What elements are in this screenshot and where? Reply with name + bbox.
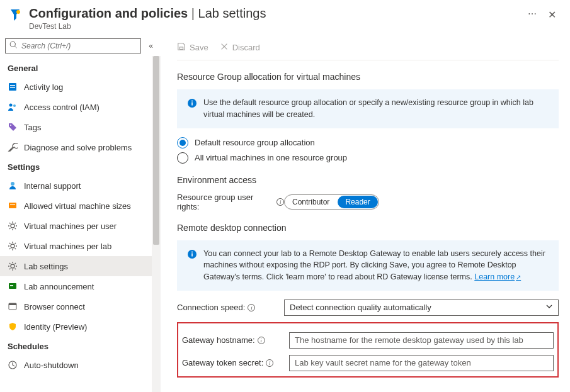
svg-point-12: [11, 224, 14, 228]
diagnose-icon: [8, 142, 18, 152]
nav-group-settings: Settings: [0, 157, 161, 176]
chevron-down-icon: [545, 303, 553, 312]
svg-point-7: [13, 104, 16, 107]
nav-item-label: Lab announcement: [24, 282, 94, 291]
sidebar-item-browser-connect[interactable]: Browser connect: [0, 296, 161, 316]
rg-allocation-info: Use the default resource group allocatio…: [177, 89, 559, 128]
sidebar-item-internal-support[interactable]: Internal support: [0, 176, 161, 196]
info-icon[interactable]: i: [258, 337, 265, 344]
sidebar-item-access-control[interactable]: Access control (IAM): [0, 97, 161, 117]
save-button[interactable]: Save: [177, 42, 208, 53]
gear-icon: [8, 221, 18, 231]
nav-item-label: Tags: [24, 123, 41, 132]
sidebar-item-tags[interactable]: Tags: [0, 117, 161, 137]
user-rights-toggle[interactable]: Contributor Reader: [284, 194, 379, 210]
section-rdp-title: Remote desktop connection: [177, 223, 559, 233]
collapse-sidebar-button[interactable]: «: [146, 40, 156, 52]
support-icon: [8, 181, 18, 191]
nav-item-label: Activity log: [24, 82, 63, 92]
radio-input[interactable]: [177, 152, 188, 164]
scrollbar-thumb[interactable]: [153, 56, 159, 245]
connection-speed-label: Connection speed: i: [177, 303, 284, 312]
radio-default-allocation[interactable]: Default resource group allocation: [177, 137, 559, 148]
info-icon[interactable]: i: [276, 198, 284, 206]
more-actions-button[interactable]: ⋯: [523, 6, 542, 21]
sidebar-item-lab-settings[interactable]: Lab settings: [0, 256, 161, 276]
sidebar-item-allowed-vm-sizes[interactable]: Allowed virtual machine sizes: [0, 196, 161, 216]
close-button[interactable]: ✕: [542, 6, 562, 23]
info-icon[interactable]: i: [266, 359, 273, 367]
section-rg-allocation-title: Resource Group allocation for virtual ma…: [177, 72, 559, 82]
sidebar-item-lab-announcement[interactable]: Lab announcement: [0, 276, 161, 296]
sidebar-item-identity[interactable]: Identity (Preview): [0, 316, 161, 337]
nav-item-label: Diagnose and solve problems: [24, 143, 132, 152]
external-link-icon: ↗: [516, 274, 521, 281]
svg-point-1: [10, 42, 15, 47]
command-bar: Save Discard: [177, 35, 559, 60]
clock-icon: [8, 360, 18, 370]
toggle-reader[interactable]: Reader: [338, 196, 377, 208]
svg-point-26: [191, 251, 193, 252]
sidebar-item-vms-per-lab[interactable]: Virtual machines per lab: [0, 236, 161, 256]
svg-point-14: [11, 264, 14, 268]
nav-item-label: Virtual machines per lab: [24, 242, 111, 251]
rg-user-rights-label: Resource group user rights: i: [177, 193, 284, 211]
svg-rect-11: [10, 204, 15, 204]
devtest-lab-icon: [8, 8, 23, 23]
identity-icon: [8, 322, 18, 332]
nav-item-label: Internal support: [24, 181, 81, 191]
sidebar: « General Activity log Access control (I…: [0, 35, 161, 392]
sidebar-search[interactable]: [5, 38, 141, 53]
gear-icon: [8, 241, 18, 251]
svg-rect-5: [10, 87, 15, 88]
svg-point-23: [191, 101, 193, 102]
sidebar-item-diagnose[interactable]: Diagnose and solve problems: [0, 137, 161, 157]
toggle-contributor[interactable]: Contributor: [285, 195, 337, 209]
gateway-hostname-input[interactable]: [289, 332, 554, 349]
nav-item-label: Lab settings: [24, 262, 68, 271]
search-input[interactable]: [21, 42, 137, 50]
svg-rect-18: [9, 303, 16, 305]
connection-speed-dropdown[interactable]: Detect connection quality automatically: [284, 300, 559, 316]
nav-group-general: General: [0, 59, 161, 77]
radio-input[interactable]: [177, 137, 188, 148]
svg-rect-16: [10, 285, 13, 286]
gateway-token-input[interactable]: [289, 355, 554, 371]
page-header: Configuration and policies | Lab setting…: [0, 0, 570, 35]
svg-point-6: [9, 104, 13, 107]
browser-icon: [8, 301, 18, 311]
nav-item-label: Allowed virtual machine sizes: [24, 201, 131, 211]
svg-rect-20: [180, 47, 183, 49]
sidebar-scrollbar[interactable]: [152, 56, 161, 392]
nav-item-label: Identity (Preview): [24, 322, 87, 332]
nav-item-label: Auto-shutdown: [24, 361, 79, 370]
svg-rect-22: [191, 103, 193, 106]
vm-sizes-icon: [8, 201, 18, 211]
search-icon: [9, 41, 18, 51]
tags-icon: [8, 122, 18, 132]
announcement-icon: [8, 281, 18, 291]
radio-single-rg[interactable]: All virtual machines in one resource gro…: [177, 152, 559, 164]
gateway-settings-highlight: Gateway hostname: i Gateway token secret…: [177, 322, 559, 378]
svg-rect-25: [191, 253, 193, 256]
info-icon[interactable]: i: [248, 304, 255, 311]
nav-item-label: Browser connect: [24, 302, 85, 311]
svg-point-13: [11, 244, 14, 248]
divider: [177, 60, 559, 60]
info-icon: [187, 98, 197, 108]
nav-group-schedules: Schedules: [0, 337, 161, 355]
learn-more-link[interactable]: Learn more↗: [474, 272, 521, 281]
nav-item-label: Virtual machines per user: [24, 221, 117, 231]
info-icon: [187, 249, 197, 259]
sidebar-item-vms-per-user[interactable]: Virtual machines per user: [0, 216, 161, 236]
resource-type-label: DevTest Lab: [29, 22, 523, 31]
nav-item-label: Access control (IAM): [24, 103, 100, 112]
svg-rect-4: [10, 85, 15, 86]
svg-point-9: [11, 182, 14, 186]
section-env-access-title: Environment access: [177, 175, 559, 185]
sidebar-item-auto-shutdown[interactable]: Auto-shutdown: [0, 355, 161, 375]
discard-button[interactable]: Discard: [220, 42, 260, 53]
gateway-hostname-label: Gateway hostname: i: [182, 335, 289, 345]
save-icon: [177, 42, 186, 53]
sidebar-item-activity-log[interactable]: Activity log: [0, 77, 161, 97]
